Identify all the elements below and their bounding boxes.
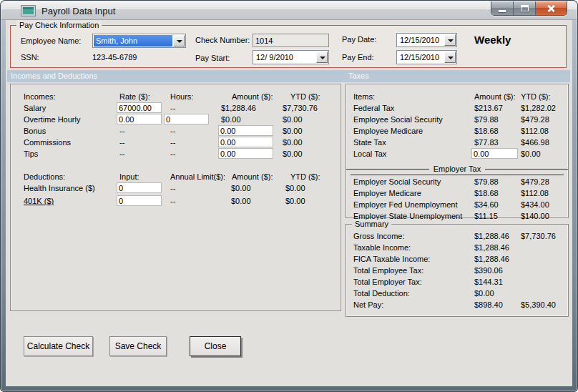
tax-ytd: $434.00 bbox=[521, 200, 549, 209]
close-window-button[interactable] bbox=[536, 1, 567, 16]
summary-amount: $898.40 bbox=[474, 300, 503, 309]
income-amount: $0.00 bbox=[221, 115, 241, 124]
pay-date-value: 12/15/2010 bbox=[400, 36, 439, 44]
employee-name-combobox[interactable]: Smith, John bbox=[92, 34, 186, 48]
overtime-rate-input[interactable] bbox=[117, 114, 162, 124]
income-hours: -- bbox=[170, 104, 175, 112]
summary-row-employee-tax: Total Employee Tax: $390.06 bbox=[346, 265, 568, 277]
income-row-commissions: Commissions -- -- $0.00 bbox=[11, 137, 341, 149]
tax-row-employee-ss: Employee Social Security $79.88 $479.28 bbox=[346, 114, 568, 126]
income-ytd: $7,730.76 bbox=[283, 104, 318, 112]
tax-ytd: $140.00 bbox=[521, 212, 549, 220]
rate-column-header: Rate ($): bbox=[119, 92, 150, 101]
save-check-button[interactable]: Save Check bbox=[109, 336, 167, 356]
deduction-401k-link[interactable]: 401K ($) bbox=[24, 197, 54, 205]
paycheck-group-title: Pay Check Information bbox=[16, 21, 102, 29]
summary-label: Taxable Income: bbox=[353, 243, 411, 252]
pay-date-label: Pay Date: bbox=[342, 35, 376, 44]
tax-row-employer-fed-unemployment: Employer Fed Unemployment $34.60 $434.00 bbox=[346, 200, 568, 211]
employer-tax-divider: Employer Tax bbox=[346, 164, 568, 174]
deduction-row-401k: 401K ($) -- $0.00 $0.00 bbox=[11, 196, 341, 209]
items-column-header: Items: bbox=[353, 92, 375, 101]
summary-row-taxable: Taxable Income: $1,288.46 bbox=[346, 242, 568, 254]
deduction-limit: -- bbox=[170, 184, 175, 192]
tax-label: Federal Tax bbox=[353, 104, 394, 112]
commissions-amount-input[interactable] bbox=[218, 137, 273, 147]
employer-tax-title: Employer Tax bbox=[429, 165, 485, 173]
tax-amount: $213.67 bbox=[474, 104, 503, 112]
deduction-ytd: $0.00 bbox=[285, 197, 305, 205]
tax-ytd: $466.98 bbox=[521, 138, 549, 147]
summary-row-deduction: Total Deduction: $0.00 bbox=[346, 288, 568, 300]
overtime-hours-input[interactable] bbox=[164, 114, 209, 124]
tax-label: Employer Social Security bbox=[353, 177, 441, 186]
tax-label: State Tax bbox=[353, 138, 386, 147]
tax-amount: $11.15 bbox=[474, 212, 498, 220]
summary-amount: $1,288.46 bbox=[474, 255, 509, 263]
summary-row-gross: Gross Income: $1,288.46 $7,730.76 bbox=[346, 231, 568, 242]
tax-row-federal: Federal Tax $213.67 $1,282.02 bbox=[346, 103, 568, 114]
pay-start-value: 12/ 9/2010 bbox=[256, 53, 293, 62]
income-ytd: $0.00 bbox=[283, 138, 303, 147]
deduction-row-health-insurance: Health Insurance ($) -- $0.00 $0.00 bbox=[11, 183, 341, 196]
tips-amount-input[interactable] bbox=[218, 148, 273, 159]
minimize-button[interactable] bbox=[491, 1, 514, 16]
pay-end-datepicker[interactable]: 12/15/2010 bbox=[396, 50, 457, 64]
tax-row-employee-medicare: Employee Medicare $18.68 $112.08 bbox=[346, 126, 568, 137]
pay-end-dropdown-icon[interactable] bbox=[444, 52, 456, 63]
deductions-title: Deductions: bbox=[24, 172, 65, 181]
incomes-header-row: Incomes: Rate ($): Hours: Amount ($): YT… bbox=[11, 92, 341, 103]
deduction-label: Health Insurance ($) bbox=[24, 184, 95, 192]
deduction-amount: $0.00 bbox=[231, 197, 251, 205]
tax-amount: $18.68 bbox=[474, 189, 499, 197]
pay-date-dropdown-icon[interactable] bbox=[444, 34, 456, 46]
ytd-column-header: YTD ($): bbox=[521, 92, 551, 101]
health-insurance-input[interactable] bbox=[117, 182, 162, 193]
income-rate: -- bbox=[119, 150, 124, 158]
salary-rate-input[interactable] bbox=[117, 102, 162, 113]
income-row-bonus: Bonus -- -- $0.00 bbox=[11, 126, 341, 137]
tax-label: Local Tax bbox=[353, 150, 386, 158]
amount-column-header: Amount ($): bbox=[474, 92, 515, 101]
tax-label: Employee Social Security bbox=[353, 115, 443, 124]
local-tax-input[interactable] bbox=[471, 148, 518, 159]
maximize-button[interactable] bbox=[514, 1, 536, 16]
income-row-tips: Tips -- -- $0.00 bbox=[11, 149, 341, 160]
calculate-check-button[interactable]: Calculate Check bbox=[24, 336, 93, 356]
incomes-title: Incomes: bbox=[24, 92, 56, 101]
check-number-input[interactable] bbox=[253, 34, 329, 47]
maximize-icon bbox=[521, 5, 529, 11]
summary-label: Total Employer Tax: bbox=[353, 278, 422, 286]
amount-column-header: Amount ($): bbox=[232, 172, 273, 181]
pay-end-value: 12/15/2010 bbox=[400, 53, 439, 62]
summary-label: Total Deduction: bbox=[353, 289, 410, 298]
incomes-deductions-header: Incomes and Deductions bbox=[11, 72, 97, 80]
pay-start-dropdown-icon[interactable] bbox=[316, 52, 328, 63]
ssn-value: 123-45-6789 bbox=[92, 53, 137, 62]
tax-label: Employer Medicare bbox=[353, 189, 421, 197]
income-row-salary: Salary -- $1,288.46 $7,730.76 bbox=[11, 103, 341, 114]
check-number-label: Check Number: bbox=[195, 36, 250, 44]
employee-name-selected: Smith, John bbox=[94, 35, 172, 46]
deduction-amount: $0.00 bbox=[231, 184, 251, 192]
401k-input[interactable] bbox=[117, 195, 162, 206]
incomes-deductions-group: Incomes: Rate ($): Hours: Amount ($): YT… bbox=[10, 84, 341, 311]
title-bar[interactable]: Payroll Data Input bbox=[1, 1, 577, 20]
income-label: Salary bbox=[24, 104, 46, 112]
taxes-header: Taxes bbox=[348, 72, 369, 80]
close-button[interactable]: Close bbox=[190, 336, 241, 356]
employee-name-label: Employee Name: bbox=[21, 36, 81, 45]
tax-amount: $79.88 bbox=[474, 177, 499, 186]
pay-start-datepicker[interactable]: 12/ 9/2010 bbox=[253, 50, 329, 64]
summary-row-employer-tax: Total Employer Tax: $144.31 bbox=[346, 277, 568, 288]
tax-ytd: $112.08 bbox=[521, 127, 549, 135]
ytd-column-header: YTD ($): bbox=[290, 172, 320, 181]
employee-name-dropdown-icon[interactable] bbox=[173, 35, 185, 46]
window-controls bbox=[491, 1, 567, 16]
bonus-amount-input[interactable] bbox=[218, 125, 273, 136]
pay-date-datepicker[interactable]: 12/15/2010 bbox=[396, 33, 457, 47]
summary-label: Total Employee Tax: bbox=[353, 266, 423, 275]
tax-label: Employee Medicare bbox=[353, 127, 423, 135]
income-rate: -- bbox=[119, 138, 124, 147]
taxes-header-row: Items: Amount ($): YTD ($): bbox=[346, 92, 568, 103]
